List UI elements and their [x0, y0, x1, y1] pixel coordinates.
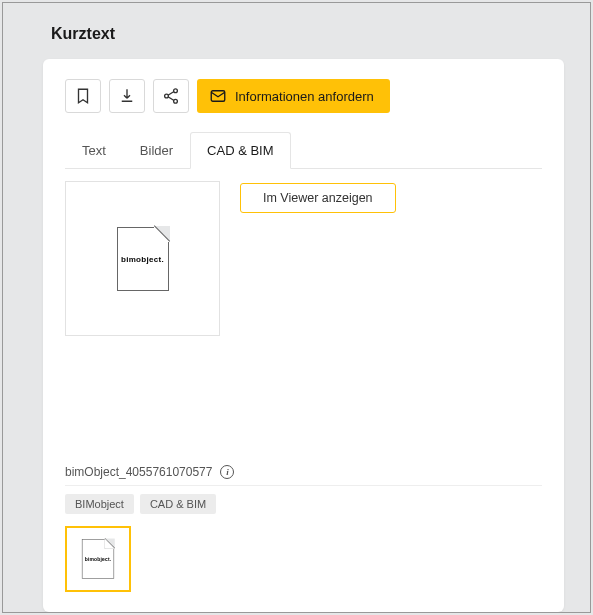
bookmark-icon	[74, 87, 92, 105]
download-button[interactable]	[109, 79, 145, 113]
share-button[interactable]	[153, 79, 189, 113]
mail-icon	[209, 87, 227, 105]
footer: bimObject_4055761070577 i BIMobject CAD …	[65, 459, 542, 592]
download-icon	[118, 87, 136, 105]
file-watermark: bimobject.	[121, 254, 164, 263]
app-frame: Kurztext Informationen anfordern Text Bi…	[2, 2, 591, 613]
share-icon	[162, 87, 180, 105]
file-icon: bimobject.	[117, 227, 169, 291]
tag-row: BIMobject CAD & BIM	[65, 494, 542, 514]
toolbar: Informationen anfordern	[65, 79, 542, 113]
file-preview: bimobject.	[65, 181, 220, 336]
file-icon: bimobject.	[82, 539, 114, 579]
tab-cad-bim[interactable]: CAD & BIM	[190, 132, 290, 169]
open-in-viewer-button[interactable]: Im Viewer anzeigen	[240, 183, 396, 213]
file-watermark: bimobject.	[85, 556, 112, 562]
info-icon[interactable]: i	[220, 465, 234, 479]
tab-bilder[interactable]: Bilder	[123, 132, 190, 169]
bookmark-button[interactable]	[65, 79, 101, 113]
detail-card: Informationen anfordern Text Bilder CAD …	[43, 59, 564, 612]
tab-text[interactable]: Text	[65, 132, 123, 169]
file-name-row: bimObject_4055761070577 i	[65, 465, 542, 486]
tabs: Text Bilder CAD & BIM	[65, 131, 542, 169]
request-info-label: Informationen anfordern	[235, 89, 374, 104]
request-info-button[interactable]: Informationen anfordern	[197, 79, 390, 113]
page-title: Kurztext	[3, 3, 590, 59]
tag[interactable]: BIMobject	[65, 494, 134, 514]
content-area: bimobject. Im Viewer anzeigen	[65, 169, 542, 459]
viewer-button-wrap: Im Viewer anzeigen	[240, 181, 542, 459]
file-name: bimObject_4055761070577	[65, 465, 212, 479]
thumbnail-selected[interactable]: bimobject.	[65, 526, 131, 592]
tag[interactable]: CAD & BIM	[140, 494, 216, 514]
